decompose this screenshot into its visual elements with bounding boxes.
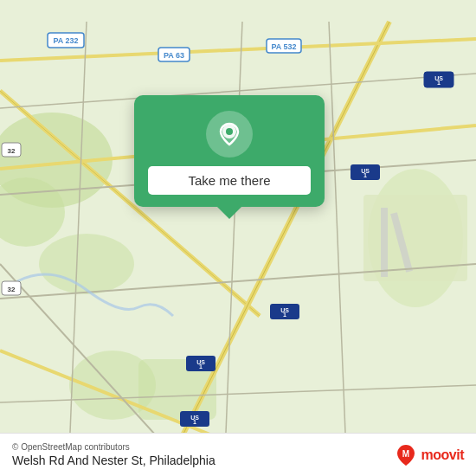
bottom-bar: © OpenStreetMap contributors Welsh Rd An… — [0, 433, 476, 476]
map-svg: PA 232 PA 63 PA 532 US 1 US 1 US 1 US 1 … — [0, 0, 476, 476]
osm-attribution: © OpenStreetMap contributors — [12, 442, 215, 452]
svg-text:PA 232: PA 232 — [53, 36, 78, 45]
moovit-logo: M moovit — [394, 443, 464, 467]
moovit-text: moovit — [421, 447, 464, 463]
svg-text:M: M — [402, 449, 408, 459]
svg-text:1: 1 — [193, 419, 196, 425]
take-me-there-button[interactable]: Take me there — [148, 166, 311, 195]
svg-text:1: 1 — [437, 80, 441, 86]
location-icon-circle — [206, 111, 253, 158]
svg-rect-8 — [381, 208, 388, 277]
svg-text:32: 32 — [8, 147, 16, 155]
map-container: PA 232 PA 63 PA 532 US 1 US 1 US 1 US 1 … — [0, 0, 476, 476]
svg-point-3 — [39, 234, 134, 294]
location-label: Welsh Rd And Nester St, Philadelphia — [12, 453, 215, 467]
bottom-info: © OpenStreetMap contributors Welsh Rd An… — [12, 442, 215, 467]
location-pin-icon — [215, 120, 243, 148]
svg-text:1: 1 — [363, 172, 367, 178]
svg-text:1: 1 — [283, 312, 286, 318]
moovit-icon: M — [394, 443, 418, 467]
svg-text:32: 32 — [8, 286, 16, 293]
svg-text:PA 532: PA 532 — [271, 42, 296, 51]
popup-card: Take me there — [134, 95, 325, 207]
svg-point-51 — [226, 128, 233, 135]
svg-text:1: 1 — [199, 363, 203, 370]
svg-text:PA 63: PA 63 — [164, 51, 184, 60]
